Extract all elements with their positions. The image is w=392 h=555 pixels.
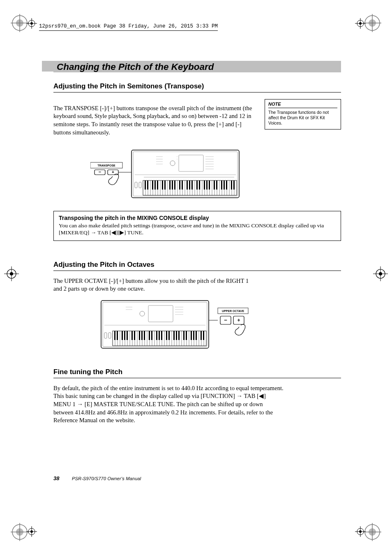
svg-rect-102: [164, 180, 166, 190]
svg-rect-195: [173, 331, 175, 340]
svg-rect-119: [224, 180, 225, 190]
svg-rect-198: [183, 331, 184, 340]
diagram-octave-plus: +: [237, 317, 240, 323]
svg-rect-193: [166, 331, 167, 340]
note-box: NOTE The Transpose functions do not affe…: [265, 99, 341, 130]
svg-rect-132: [148, 305, 173, 322]
svg-rect-43: [179, 155, 203, 171]
diagram-octave-label: UPPER OCTAVE: [222, 310, 244, 312]
hand-icon: [108, 174, 119, 185]
reg-mark-top-small-right: [355, 18, 366, 29]
svg-rect-96: [145, 180, 146, 190]
svg-rect-196: [176, 331, 177, 340]
svg-rect-112: [199, 180, 200, 190]
svg-rect-200: [191, 331, 192, 340]
svg-rect-118: [221, 180, 222, 190]
svg-rect-103: [169, 180, 171, 190]
body-octaves: The UPPER OCTAVE [-]/[+] buttons allow y…: [53, 277, 255, 293]
svg-rect-197: [178, 331, 180, 340]
svg-rect-122: [233, 180, 235, 190]
note-text: The Transpose functions do not affect th…: [268, 110, 337, 126]
svg-rect-97: [147, 180, 148, 190]
svg-rect-180: [122, 331, 123, 340]
svg-rect-191: [159, 331, 160, 340]
diagram-octave-minus: −: [224, 317, 227, 323]
reg-mark-top-small-left: [26, 18, 37, 29]
svg-rect-115: [209, 180, 210, 190]
note-title: NOTE: [268, 102, 337, 108]
svg-rect-189: [151, 331, 152, 340]
svg-rect-187: [144, 331, 145, 340]
diagram-octaves: UPPER OCTAVE − +: [99, 300, 341, 353]
svg-rect-107: [182, 180, 183, 190]
header-build-line: 12psrs970_en_om.book Page 38 Friday, Jun…: [39, 23, 218, 31]
svg-rect-181: [124, 331, 125, 340]
svg-rect-114: [206, 180, 208, 190]
svg-rect-109: [189, 180, 190, 190]
svg-rect-190: [156, 331, 157, 340]
reg-mark-right: [373, 266, 388, 281]
heading-octaves: Adjusting the Pitch in Octaves: [53, 261, 341, 271]
reg-mark-bottom-small-left: [26, 526, 37, 537]
side-tab: [42, 61, 53, 72]
svg-rect-205: [104, 333, 107, 338]
svg-rect-199: [186, 331, 187, 340]
heading-finetune: Fine tuning the Pitch: [53, 368, 341, 378]
svg-rect-186: [141, 331, 143, 340]
diagram-transpose: TRANSPOSE − +: [90, 149, 341, 203]
svg-rect-99: [154, 180, 156, 190]
svg-rect-204: [203, 331, 204, 340]
svg-rect-179: [117, 331, 118, 340]
svg-rect-124: [139, 182, 141, 188]
callout-text: You can also make detailed pitch setting…: [59, 222, 336, 236]
svg-point-133: [140, 311, 145, 316]
svg-rect-111: [196, 180, 198, 190]
svg-rect-108: [187, 180, 188, 190]
svg-rect-183: [131, 331, 133, 340]
reg-mark-top-right: [363, 14, 381, 32]
diagram-minus: −: [99, 169, 101, 174]
svg-point-44: [170, 161, 175, 166]
heading-transpose: Adjusting the Pitch in Semitones (Transp…: [53, 82, 341, 92]
doc-title: PSR-S970/S770 Owner's Manual: [72, 476, 141, 481]
svg-rect-100: [157, 180, 158, 190]
hand-icon: [235, 324, 245, 335]
svg-rect-117: [216, 180, 217, 190]
callout-title: Transposing the pitch in the MIXING CONS…: [59, 215, 336, 221]
footer: 38 PSR-S970/S770 Owner's Manual: [53, 474, 141, 482]
reg-mark-bottom-small-right: [355, 526, 366, 537]
svg-rect-98: [152, 180, 153, 190]
page-number: 38: [53, 475, 59, 481]
svg-rect-206: [108, 333, 111, 338]
section-banner: Changing the Pitch of the Keyboard: [53, 61, 341, 72]
svg-rect-178: [114, 331, 115, 340]
reg-mark-left: [4, 266, 19, 281]
svg-rect-194: [168, 331, 170, 340]
body-finetune: By default, the pitch of the entire inst…: [53, 384, 284, 425]
diagram-plus: +: [112, 170, 114, 174]
svg-rect-120: [226, 180, 227, 190]
svg-rect-188: [149, 331, 150, 340]
svg-rect-201: [193, 331, 194, 340]
svg-rect-182: [127, 331, 128, 340]
svg-rect-185: [139, 331, 140, 340]
reg-mark-bottom-right: [363, 523, 381, 541]
svg-rect-192: [161, 331, 162, 340]
diagram-transpose-label: TRANSPOSE: [97, 164, 115, 167]
svg-rect-123: [135, 182, 137, 188]
svg-rect-202: [196, 331, 197, 340]
svg-rect-101: [162, 180, 163, 190]
svg-rect-203: [201, 331, 202, 340]
svg-rect-116: [214, 180, 215, 190]
svg-rect-106: [179, 180, 180, 190]
svg-rect-113: [204, 180, 205, 190]
svg-rect-121: [231, 180, 232, 190]
callout-mixing-console: Transposing the pitch in the MIXING CONS…: [53, 211, 341, 241]
svg-rect-105: [174, 180, 175, 190]
svg-rect-110: [191, 180, 193, 190]
svg-rect-104: [172, 180, 173, 190]
svg-rect-184: [134, 331, 135, 340]
body-transpose: The TRANSPOSE [-]/[+] buttons transpose …: [53, 104, 255, 137]
